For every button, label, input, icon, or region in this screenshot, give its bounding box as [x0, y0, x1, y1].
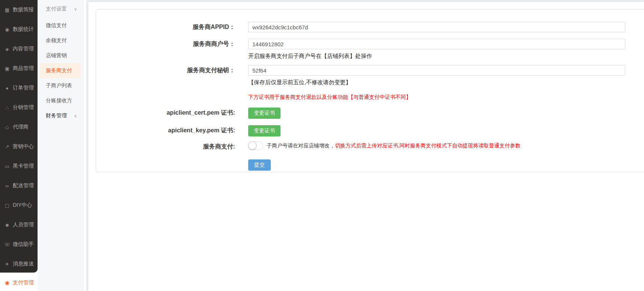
form-row-provider-pay: 服务商支付: 子商户号请在对应店铺增改，切换方式后需上传对应证书,同时服务商支付… — [96, 141, 644, 151]
submenu-item-label: 微信支付 — [46, 22, 67, 29]
bag-icon: ▣ — [4, 66, 10, 71]
send-icon: ✈ — [4, 261, 10, 267]
chevron-up-icon: ∧ — [74, 114, 77, 118]
sidebar-item[interactable]: ∞ 配送管理 — [0, 176, 38, 196]
sidebar-item-label: 内容管理 — [13, 45, 34, 52]
monitor-icon: ▢ — [4, 203, 10, 208]
submenu-item[interactable]: 店铺营销 — [38, 48, 83, 63]
sidebar-item[interactable]: ☏ 微信助手 — [0, 235, 38, 254]
pay-secret-label: 服务商支付秘钥： — [96, 65, 235, 74]
cert-warning-text: 下方证书用于服务商支付退款以及分账功能【与普通支付中证书不同】 — [248, 94, 411, 100]
provider-pay-label: 服务商支付: — [96, 141, 235, 151]
bar-chart-icon: ▦ — [4, 7, 10, 13]
sidebar-item[interactable]: ▦ 数据简报 — [0, 0, 38, 20]
sidebar-item-label: 人员管理 — [13, 221, 34, 228]
submenu-item-label: 服务商支付 — [46, 67, 72, 74]
sidebar-item[interactable]: ↗ 营销中心 — [0, 137, 38, 156]
toggle-knob-icon — [248, 141, 256, 150]
submenu-item-label: 分账接收方 — [46, 97, 72, 104]
appid-label: 服务商APPID： — [96, 22, 235, 31]
main-content: 服务商APPID： 服务商商户号： 开启服务商支付后子商户号在【店铺列表】处操作… — [86, 0, 644, 291]
sidebar-item[interactable]: ▢ DIY中心 — [0, 196, 38, 215]
submenu-item[interactable]: 微信支付 — [38, 18, 83, 33]
sidebar-item[interactable]: ● 订单管理 — [0, 78, 38, 98]
merchant-id-input[interactable] — [248, 39, 625, 49]
submenu-item[interactable]: 子商户列表 — [38, 78, 83, 93]
submit-button[interactable]: 提交 — [248, 159, 271, 171]
wechat-pay-icon: ◉ — [4, 280, 10, 286]
sidebar-item-label: 数据简报 — [13, 6, 34, 13]
sidebar-item-label: 订单管理 — [13, 85, 34, 91]
sidebar-item[interactable]: ▭ 黑卡管理 — [0, 156, 38, 176]
users-icon: ☻ — [4, 222, 10, 228]
change-cert-button[interactable]: 变更证书 — [248, 108, 281, 119]
submenu-item-label: 子商户列表 — [46, 82, 72, 89]
sidebar-item-label: 支付管理 — [13, 279, 34, 286]
wechat-icon: ☏ — [4, 242, 10, 247]
sidebar-item[interactable]: ◉ 数据统计 — [0, 20, 38, 39]
form-row-cert-note: 下方证书用于服务商支付退款以及分账功能【与普通支付中证书不同】 — [96, 94, 644, 101]
submenu-footer-label: 财务管理 — [46, 112, 67, 119]
merchant-id-label: 服务商商户号： — [96, 39, 235, 48]
content-panel: 服务商APPID： 服务商商户号： 开启服务商支付后子商户号在【店铺列表】处操作… — [88, 2, 644, 291]
sidebar-item-label: 商品管理 — [13, 65, 34, 72]
gem-icon: ◇ — [4, 124, 10, 130]
appid-input[interactable] — [248, 22, 625, 32]
sidebar-item-label: 分销管理 — [13, 104, 34, 111]
sidebar-item-label: 黑卡管理 — [13, 163, 34, 170]
submenu-item[interactable]: 服务商支付 — [40, 63, 81, 78]
form-row-merchant-id: 服务商商户号： 开启服务商支付后子商户号在【店铺列表】处操作 — [96, 39, 644, 60]
sidebar-item-label: 消息推送 — [13, 261, 34, 267]
sidebar-item[interactable]: ◇ 代理商 — [0, 117, 38, 137]
card-icon: ▭ — [4, 164, 10, 169]
provider-payment-form-card: 服务商APPID： 服务商商户号： 开启服务商支付后子商户号在【店铺列表】处操作… — [96, 9, 644, 172]
form-row-appid: 服务商APPID： — [96, 22, 644, 32]
sidebar-item-label: DIY中心 — [13, 202, 32, 209]
sidebar-item[interactable]: ▣ 商品管理 — [0, 59, 38, 78]
order-icon: ● — [4, 85, 10, 91]
submenu-header-label: 支付设置 — [46, 6, 67, 12]
sidebar-item[interactable]: ☻ 人员管理 — [0, 215, 38, 235]
merchant-id-helper: 开启服务商支付后子商户号在【店铺列表】处操作 — [248, 53, 625, 60]
submenu-item[interactable]: 分账接收方 — [38, 93, 83, 108]
trend-icon: ↗ — [4, 144, 10, 150]
payment-submenu: 支付设置 ∨ 微信支付 余额支付 店铺营销 服务商支付 子商户列表 分账接收方 … — [38, 0, 83, 291]
sidebar-item-label: 配送管理 — [13, 182, 34, 189]
cert-pem-label: apiclient_cert.pem 证书: — [96, 108, 235, 117]
share-icon: ∴ — [4, 105, 10, 111]
change-key-button[interactable]: 变更证书 — [248, 125, 281, 136]
submenu-header-payment-settings[interactable]: 支付设置 ∨ — [38, 0, 83, 18]
stats-icon: ◉ — [4, 27, 10, 32]
delivery-icon: ∞ — [4, 183, 10, 189]
form-row-pay-secret: 服务商支付秘钥： 【保存后仅显示前五位,不修改请勿变更】 — [96, 65, 644, 86]
pay-secret-helper: 【保存后仅显示前五位,不修改请勿变更】 — [248, 79, 625, 86]
provider-pay-hint: 子商户号请在对应店铺增改，切换方式后需上传对应证书,同时服务商支付模式下自动提现… — [267, 142, 520, 149]
pay-secret-input[interactable] — [248, 65, 625, 76]
submenu-header-finance[interactable]: 财务管理 ∧ — [38, 108, 83, 123]
submenu-item-label: 店铺营销 — [46, 52, 67, 59]
sidebar-item-label: 微信助手 — [13, 241, 34, 248]
key-pem-label: apiclient_key.pem 证书: — [96, 125, 235, 135]
sidebar-item-label: 代理商 — [13, 124, 29, 130]
form-row-submit: 提交 — [96, 159, 644, 171]
tag-icon: ◈ — [4, 46, 10, 52]
sidebar-item[interactable]: ✈ 消息推送 — [0, 254, 38, 274]
form-row-cert-pem: apiclient_cert.pem 证书: 变更证书 — [96, 108, 644, 119]
submenu-item[interactable]: 余额支付 — [38, 33, 83, 48]
provider-pay-toggle[interactable] — [248, 141, 263, 150]
sidebar-item-label: 营销中心 — [13, 143, 34, 150]
sidebar-item-label: 数据统计 — [13, 26, 34, 33]
submenu-item-label: 余额支付 — [46, 37, 67, 44]
sidebar-item[interactable]: ◈ 内容管理 — [0, 39, 38, 59]
chevron-down-icon: ∨ — [74, 7, 77, 12]
form-row-key-pem: apiclient_key.pem 证书: 变更证书 — [96, 125, 644, 136]
sidebar-item[interactable]: ∴ 分销管理 — [0, 98, 38, 117]
main-sidebar: ▦ 数据简报 ◉ 数据统计 ◈ 内容管理 ▣ 商品管理 ● 订单管理 ∴ 分销管… — [0, 0, 38, 273]
sidebar-item-payment[interactable]: ◉ 支付管理 — [0, 274, 38, 291]
